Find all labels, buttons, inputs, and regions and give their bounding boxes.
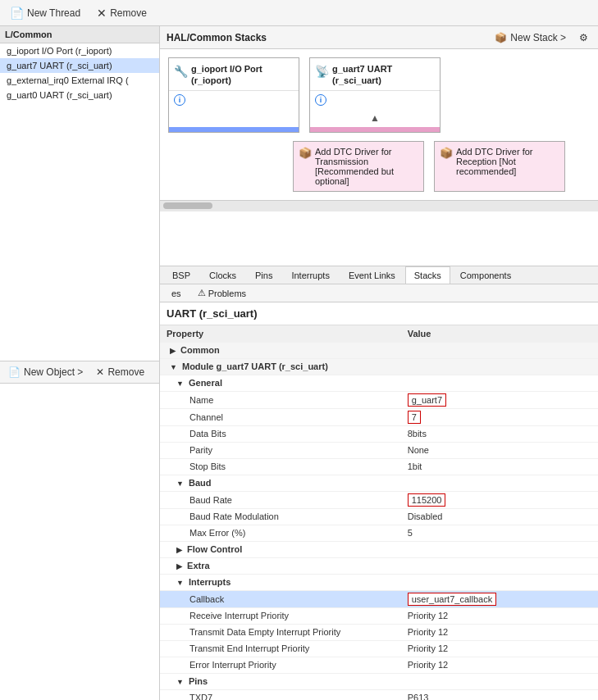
tab-clocks[interactable]: Clocks: [200, 266, 245, 284]
prop-callback: Callback user_uart7_callback: [160, 590, 598, 607]
stack-card-uart7-header: 📡 g_uart7 UART (r_sci_uart): [310, 58, 440, 90]
pins-chevron[interactable]: ▼: [176, 678, 184, 686]
extra-chevron[interactable]: ▶: [176, 562, 182, 570]
prop-callback-label: Callback: [160, 590, 401, 607]
subsection-extra[interactable]: ▶ Extra: [160, 557, 598, 574]
prop-txd7-label: TXD7: [160, 689, 401, 700]
prop-channel-label: Channel: [160, 408, 401, 425]
list-item-uart0[interactable]: g_uart0 UART (r_sci_uart): [0, 88, 159, 102]
props-title: UART (r_sci_uart): [160, 302, 598, 325]
dtc-spacer: [168, 141, 283, 192]
prop-parity-value: None: [401, 442, 598, 458]
stack-card-ioport[interactable]: 🔧 g_ioport I/O Port (r_ioport) i: [168, 57, 299, 133]
tab-interrupts[interactable]: Interrupts: [282, 266, 338, 284]
uart7-title: g_uart7 UART (r_sci_uart): [332, 63, 435, 87]
subsection-baud-label: ▼ Baud: [160, 475, 598, 491]
stack-toolbar: 📦 New Stack > ⚙: [491, 30, 591, 45]
props-panel: UART (r_sci_uart) Property Value ▶ Commo…: [160, 302, 598, 700]
prop-error-priority-value: Priority 12: [401, 657, 598, 673]
uart7-bar: [310, 127, 440, 132]
callback-value-box[interactable]: user_uart7_callback: [408, 593, 496, 606]
prop-baud-rate-label: Baud Rate: [160, 491, 401, 508]
new-thread-button[interactable]: 📄 New Thread: [7, 5, 84, 21]
subsection-baud[interactable]: ▼ Baud: [160, 475, 598, 491]
flow-chevron[interactable]: ▶: [176, 546, 182, 554]
dtc-card-transmit[interactable]: 📦 Add DTC Driver for Transmission [Recom…: [293, 141, 424, 192]
section-module[interactable]: ▼ Module g_uart7 UART (r_sci_uart): [160, 358, 598, 375]
prop-baud-rate: Baud Rate 115200: [160, 491, 598, 508]
section-common[interactable]: ▶ Common: [160, 342, 598, 358]
stack-settings-button[interactable]: ⚙: [576, 30, 591, 45]
new-object-icon: 📄: [8, 366, 21, 378]
new-thread-icon: 📄: [10, 7, 24, 20]
tab-components[interactable]: Components: [451, 266, 520, 284]
general-chevron[interactable]: ▼: [176, 380, 184, 388]
prop-tx-empty-priority-label: Transmit Data Empty Interrupt Priority: [160, 624, 401, 640]
scrollbar-thumb[interactable]: [163, 202, 212, 209]
subsection-flow-control[interactable]: ▶ Flow Control: [160, 541, 598, 557]
prop-stop-bits-label: Stop Bits: [160, 458, 401, 475]
subsection-pins-label: ▼ Pins: [160, 673, 598, 689]
stack-card-ioport-header: 🔧 g_ioport I/O Port (r_ioport): [169, 58, 299, 90]
interrupts-chevron[interactable]: ▼: [176, 579, 184, 587]
header-value: Value: [401, 325, 598, 342]
list-item-irq[interactable]: g_external_irq0 External IRQ (: [0, 73, 159, 88]
new-stack-icon: 📦: [495, 32, 507, 43]
remove-object-button[interactable]: ✕ Remove: [93, 365, 148, 380]
baud-chevron[interactable]: ▼: [176, 480, 184, 488]
remove-thread-label: Remove: [110, 7, 147, 19]
channel-value-box[interactable]: 7: [408, 411, 421, 424]
prop-stop-bits-value: 1bit: [401, 458, 598, 475]
prop-txd7-value: P613: [401, 689, 598, 700]
new-stack-label: New Stack >: [510, 32, 566, 43]
subsection-interrupts[interactable]: ▼ Interrupts: [160, 574, 598, 590]
prop-baud-rate-value[interactable]: 115200: [401, 491, 598, 508]
tab-pins[interactable]: Pins: [246, 266, 281, 284]
name-value-box[interactable]: g_uart7: [408, 393, 446, 407]
dtc-reception-label: Add DTC Driver for Reception [Not recomm…: [456, 147, 559, 176]
prop-name-label: Name: [160, 391, 401, 408]
tab-stacks[interactable]: Stacks: [405, 266, 450, 284]
prop-tx-empty-priority-value: Priority 12: [401, 624, 598, 640]
prop-baud-modulation-value: Disabled: [401, 508, 598, 525]
module-chevron[interactable]: ▼: [170, 363, 177, 371]
left-panel-toolbar: 📄 New Object > ✕ Remove: [0, 361, 159, 384]
stack-cards-row: 🔧 g_ioport I/O Port (r_ioport) i 📡 g_uar…: [160, 49, 598, 141]
subsection-pins[interactable]: ▼ Pins: [160, 673, 598, 689]
sub-tab-es-label: es: [171, 289, 181, 298]
left-panel-list: g_ioport I/O Port (r_ioport) g_uart7 UAR…: [0, 43, 159, 361]
tab-event-links[interactable]: Event Links: [340, 266, 404, 284]
sub-tab-problems[interactable]: ⚠ Problems: [191, 286, 253, 300]
subsection-general[interactable]: ▼ General: [160, 375, 598, 391]
horizontal-scrollbar[interactable]: [160, 200, 598, 211]
remove-object-icon: ✕: [96, 366, 104, 378]
prop-name-value[interactable]: g_uart7: [401, 391, 598, 408]
prop-txd7: TXD7 P613: [160, 689, 598, 700]
list-item-uart7[interactable]: g_uart7 UART (r_sci_uart): [0, 58, 159, 73]
sub-tabs-bar: es ⚠ Problems: [160, 284, 598, 302]
prop-channel-value[interactable]: 7: [401, 408, 598, 425]
header-property: Property: [160, 325, 401, 342]
remove-thread-button[interactable]: ✕ Remove: [94, 5, 150, 21]
baud-rate-value-box[interactable]: 115200: [408, 493, 446, 507]
uart7-arrow-area: ▲: [310, 109, 440, 127]
left-panel-empty-area: [0, 384, 159, 701]
list-item-ioport[interactable]: g_ioport I/O Port (r_ioport): [0, 43, 159, 58]
ioport-info: i: [169, 90, 299, 109]
dtc-card-reception[interactable]: 📦 Add DTC Driver for Reception [Not reco…: [434, 141, 565, 192]
common-chevron[interactable]: ▶: [170, 347, 176, 355]
new-object-button[interactable]: 📄 New Object >: [5, 365, 86, 380]
sub-tab-problems-label: Problems: [208, 289, 246, 298]
subsection-extra-label: ▶ Extra: [160, 557, 598, 574]
section-common-label: ▶ Common: [160, 342, 598, 358]
sub-tab-es[interactable]: es: [165, 287, 188, 300]
stack-canvas[interactable]: 🔧 g_ioport I/O Port (r_ioport) i 📡 g_uar…: [160, 49, 598, 266]
tab-bsp[interactable]: BSP: [163, 266, 199, 284]
stack-card-uart7[interactable]: 📡 g_uart7 UART (r_sci_uart) i ▲: [309, 57, 441, 133]
remove-object-label: Remove: [107, 366, 144, 378]
tabs-bar: BSP Clocks Pins Interrupts Event Links S…: [160, 266, 598, 284]
new-stack-button[interactable]: 📦 New Stack >: [491, 30, 569, 45]
subsection-flow-control-label: ▶ Flow Control: [160, 541, 598, 557]
prop-tx-empty-priority: Transmit Data Empty Interrupt Priority P…: [160, 624, 598, 640]
prop-callback-value[interactable]: user_uart7_callback: [401, 590, 598, 607]
